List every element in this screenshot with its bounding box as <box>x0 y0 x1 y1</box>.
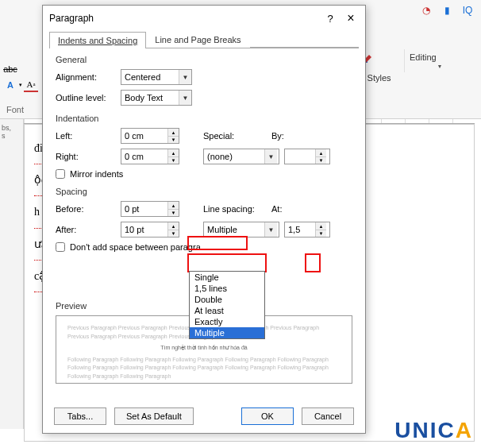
group-general: General Alignment: ▼ Outline level: ▼ <box>56 55 352 106</box>
text-effects-icon[interactable]: A <box>3 78 17 92</box>
dont-add-space-checkbox[interactable]: Don't add space between paragra <box>56 242 352 252</box>
indent-left-field[interactable]: ▲▼ <box>121 128 179 144</box>
bookmark-icon[interactable]: ▮ <box>440 3 454 17</box>
spin-up-icon[interactable]: ▲ <box>167 149 179 156</box>
editing-group-button[interactable]: Editing ▼ <box>404 49 475 72</box>
spin-up-icon[interactable]: ▲ <box>315 222 326 230</box>
by-label: By: <box>271 131 335 141</box>
notification-icon[interactable]: ◔ <box>419 3 433 17</box>
cancel-button[interactable]: Cancel <box>302 407 354 425</box>
by-field[interactable]: ▲▼ <box>284 149 330 164</box>
tab-line-page-breaks[interactable]: Line and Page Breaks <box>146 31 249 48</box>
group-title-indentation: Indentation <box>56 114 352 123</box>
search-icon[interactable]: IQ <box>460 3 475 17</box>
tabs-button[interactable]: Tabs... <box>54 407 106 425</box>
spin-down-icon[interactable]: ▼ <box>167 230 179 237</box>
spin-up-icon[interactable]: ▲ <box>167 222 179 230</box>
help-button[interactable]: ? <box>322 10 338 26</box>
spin-down-icon[interactable]: ▼ <box>167 136 179 143</box>
line-spacing-dropdown-list[interactable]: Single 1,5 lines Double At least Exactly… <box>189 271 265 339</box>
strike-icon[interactable]: abc <box>3 62 17 76</box>
set-default-button[interactable]: Set As Default <box>114 407 194 425</box>
indent-right-field[interactable]: ▲▼ <box>121 149 179 164</box>
font-group: abc A ▾ Aa <box>3 62 38 94</box>
at-field[interactable]: ▲▼ <box>284 222 330 238</box>
group-spacing: Spacing Before: ▲▼ Line spacing: At: Aft… <box>56 187 352 252</box>
chevron-down-icon: ▼ <box>437 64 443 69</box>
highlight-at-spinner <box>305 253 321 272</box>
outline-label: Outline level: <box>56 93 116 102</box>
chevron-down-icon[interactable]: ▼ <box>179 91 191 105</box>
option-multiple[interactable]: Multiple <box>190 327 264 338</box>
option-single[interactable]: Single <box>190 272 264 283</box>
group-title-spacing: Spacing <box>56 187 352 196</box>
ok-button[interactable]: OK <box>241 407 294 425</box>
dialog-title: Paragraph <box>49 13 317 24</box>
special-label: Special: <box>203 131 267 141</box>
indent-right-label: Right: <box>56 152 116 161</box>
alignment-value[interactable] <box>121 71 179 83</box>
dialog-button-bar: Tabs... Set As Default OK Cancel <box>43 400 365 433</box>
line-spacing-select[interactable]: ▼ <box>203 222 279 238</box>
close-button[interactable]: × <box>343 10 359 26</box>
before-field[interactable]: ▲▼ <box>121 201 179 217</box>
spin-down-icon[interactable]: ▼ <box>315 156 326 164</box>
group-indentation: Indentation Left: ▲▼ Special: By: Right:… <box>56 114 352 179</box>
mirror-indents-checkbox[interactable]: Mirror indents <box>56 169 352 179</box>
editing-label: Editing <box>410 52 470 62</box>
before-label: Before: <box>56 204 116 214</box>
highlight-line-spacing-field <box>187 253 267 272</box>
indent-left-label: Left: <box>56 131 116 141</box>
chevron-down-icon[interactable]: ▼ <box>264 149 277 164</box>
chevron-down-icon[interactable]: ▼ <box>264 222 277 237</box>
outline-value[interactable] <box>121 91 179 104</box>
after-field[interactable]: ▲▼ <box>121 222 179 238</box>
option-exactly[interactable]: Exactly <box>190 316 264 327</box>
spin-down-icon[interactable]: ▼ <box>167 209 179 216</box>
at-label: At: <box>271 204 335 214</box>
paragraph-dialog: Paragraph ? × Indents and Spacing Line a… <box>42 5 366 434</box>
spin-up-icon[interactable]: ▲ <box>167 202 179 209</box>
font-group-label: Font <box>6 105 24 114</box>
line-spacing-label: Line spacing: <box>203 204 267 214</box>
navigation-pane-collapsed[interactable]: bs, s <box>0 119 24 429</box>
chevron-down-icon[interactable]: ▼ <box>179 70 191 84</box>
alignment-label: Alignment: <box>56 72 116 82</box>
special-select[interactable]: ▼ <box>203 149 279 164</box>
font-color-icon[interactable]: Aa <box>24 78 38 92</box>
option-double[interactable]: Double <box>190 294 264 305</box>
option-1-5-lines[interactable]: 1,5 lines <box>190 283 264 294</box>
outline-select[interactable]: ▼ <box>121 90 192 106</box>
spin-up-icon[interactable]: ▲ <box>167 129 179 136</box>
ribbon-qat: ◔ ▮ IQ <box>413 0 481 21</box>
spin-up-icon[interactable]: ▲ <box>315 149 326 156</box>
spin-down-icon[interactable]: ▼ <box>315 230 326 237</box>
spin-down-icon[interactable]: ▼ <box>167 156 179 164</box>
dialog-titlebar[interactable]: Paragraph ? × <box>43 6 365 31</box>
unica-logo: UNICA <box>394 418 473 443</box>
group-title-general: General <box>56 55 352 64</box>
after-label: After: <box>56 225 116 234</box>
alignment-select[interactable]: ▼ <box>121 69 192 85</box>
tab-indents-spacing[interactable]: Indents and Spacing <box>49 32 146 48</box>
option-at-least[interactable]: At least <box>190 305 264 316</box>
